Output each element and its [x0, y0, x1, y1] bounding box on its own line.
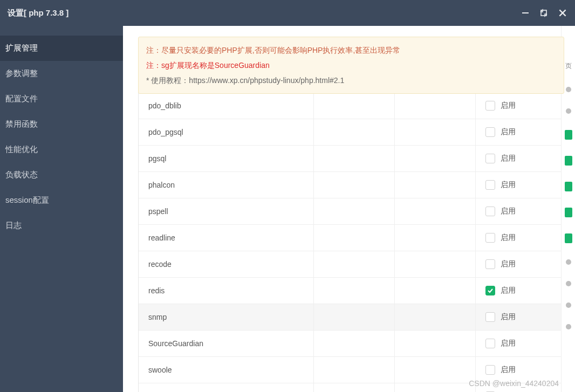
col-spacer: [314, 278, 395, 304]
extension-name: pgsql: [139, 146, 314, 171]
notice-tutorial-prefix: * 使用教程：: [146, 76, 189, 85]
sidebar-item[interactable]: 配置文件: [0, 86, 123, 112]
enable-checkbox[interactable]: [485, 207, 495, 216]
col-spacer: [314, 251, 395, 277]
col-spacer: [395, 278, 476, 304]
col-spacer: [395, 383, 476, 392]
col-spacer: [314, 119, 395, 145]
extension-name: pdo_dblib: [139, 93, 314, 119]
status-dot: [566, 324, 571, 329]
status-active: [565, 156, 572, 166]
col-spacer: [395, 119, 476, 145]
sidebar-item[interactable]: session配置: [0, 188, 123, 213]
enable-label: 启用: [501, 180, 516, 190]
status-dot: [566, 108, 571, 114]
table-row: recode启用: [139, 251, 564, 278]
col-spacer: [314, 383, 395, 392]
table-row: readline启用: [139, 225, 564, 251]
status-active: [565, 130, 572, 140]
enable-label: 启用: [501, 127, 516, 137]
enable-checkbox[interactable]: [485, 365, 495, 375]
col-spacer: [314, 198, 395, 224]
sidebar-item[interactable]: 负载状态: [0, 162, 123, 188]
col-spacer: [314, 357, 395, 383]
status-dot: [566, 87, 571, 92]
col-spacer: [314, 331, 395, 356]
col-action: 启用: [476, 154, 564, 163]
sidebar-item[interactable]: 参数调整: [0, 61, 123, 86]
extension-name: recode: [139, 251, 314, 277]
status-active: [565, 233, 572, 243]
col-spacer: [395, 331, 476, 356]
sidebar: 扩展管理参数调整配置文件禁用函数性能优化负载状态session配置日志: [0, 26, 123, 392]
minimize-icon[interactable]: [521, 9, 530, 17]
col-spacer: [395, 146, 476, 171]
enable-checkbox[interactable]: [485, 259, 495, 269]
col-action: 启用: [476, 259, 564, 269]
notice-tutorial-link[interactable]: https://www.xp.cn/phpstudy-linux/php.htm…: [189, 76, 344, 85]
col-action: 启用: [476, 365, 564, 375]
col-spacer: [395, 198, 476, 224]
col-spacer: [314, 93, 395, 119]
status-active: [565, 208, 572, 217]
close-icon[interactable]: [558, 8, 567, 18]
enable-checkbox[interactable]: [485, 339, 495, 348]
col-spacer: [395, 357, 476, 383]
extension-table: pdo_dblib启用pdo_pgsql启用pgsql启用phalcon启用ps…: [138, 93, 564, 392]
extension-name: redis: [139, 278, 314, 304]
col-spacer: [395, 172, 476, 198]
table-row: snmp启用: [139, 304, 564, 331]
status-dot: [566, 281, 571, 286]
extension-name: pdo_pgsql: [139, 119, 314, 145]
maximize-icon[interactable]: [539, 9, 548, 17]
table-row: pdo_pgsql启用: [139, 119, 564, 146]
enable-checkbox[interactable]: [485, 312, 495, 322]
enable-checkbox[interactable]: [485, 180, 495, 190]
col-spacer: [314, 225, 395, 251]
svg-rect-1: [541, 10, 546, 16]
enable-label: 启用: [501, 154, 516, 163]
col-spacer: [395, 93, 476, 119]
table-row: pdo_dblib启用: [139, 93, 564, 119]
col-action: 启用: [476, 339, 564, 348]
enable-checkbox[interactable]: [485, 154, 495, 163]
notice-box: 注：尽量只安装必要的PHP扩展,否则可能会影响PHP执行效率,甚至出现异常 注：…: [138, 37, 564, 94]
sidebar-item[interactable]: 性能优化: [0, 137, 123, 162]
sidebar-item[interactable]: 禁用函数: [0, 112, 123, 137]
extension-name: snmp: [139, 304, 314, 330]
col-action: 启用: [476, 180, 564, 190]
sidebar-item[interactable]: 日志: [0, 213, 123, 238]
sidebar-item[interactable]: 扩展管理: [0, 36, 123, 61]
extension-name: readline: [139, 225, 314, 251]
table-row: pgsql启用: [139, 146, 564, 172]
main-panel: 注：尽量只安装必要的PHP扩展,否则可能会影响PHP执行效率,甚至出现异常 注：…: [123, 26, 575, 392]
extension-name: pspell: [139, 198, 314, 224]
status-dot: [566, 259, 571, 265]
table-row: redis启用: [139, 278, 564, 304]
notice-line-1: 注：尽量只安装必要的PHP扩展,否则可能会影响PHP执行效率,甚至出现异常: [146, 43, 556, 58]
strip-label: 页: [565, 61, 572, 71]
enable-checkbox[interactable]: [485, 286, 495, 295]
extension-name: swoole: [139, 357, 314, 383]
enable-checkbox[interactable]: [485, 101, 495, 111]
enable-checkbox[interactable]: [485, 127, 495, 137]
extension-name: phalcon: [139, 172, 314, 198]
window-title: 设置[ php 7.3.8 ]: [8, 8, 69, 18]
col-spacer: [395, 225, 476, 251]
enable-checkbox[interactable]: [485, 233, 495, 243]
col-spacer: [395, 304, 476, 330]
col-spacer: [314, 146, 395, 171]
col-action: 启用: [476, 233, 564, 243]
col-action: 启用: [476, 286, 564, 295]
col-action: 启用: [476, 101, 564, 111]
enable-label: 启用: [501, 233, 516, 243]
enable-label: 启用: [501, 101, 516, 111]
col-spacer: [395, 251, 476, 277]
window-controls: [521, 8, 567, 18]
enable-label: 启用: [501, 365, 516, 375]
notice-line-3: * 使用教程：https://www.xp.cn/phpstudy-linux/…: [146, 73, 556, 88]
enable-label: 启用: [501, 207, 516, 216]
titlebar: 设置[ php 7.3.8 ]: [0, 0, 575, 26]
col-action: 启用: [476, 127, 564, 137]
watermark: CSDN @weixin_44240204: [469, 379, 559, 388]
